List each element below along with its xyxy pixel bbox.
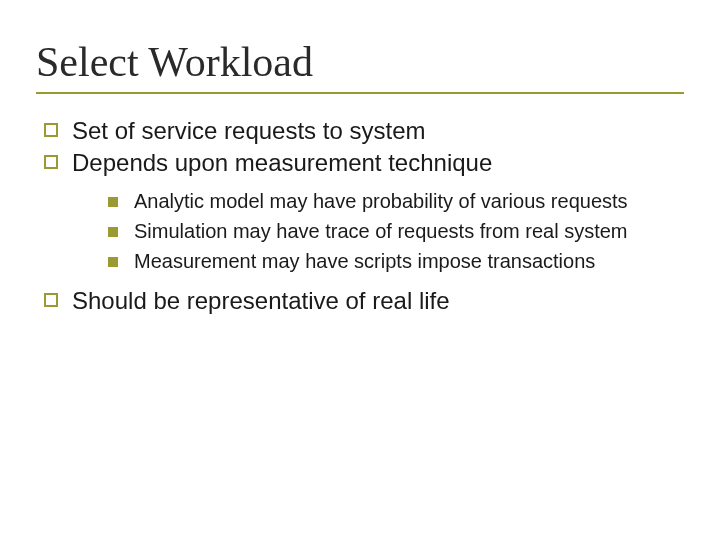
- list-item: Set of service requests to system: [44, 116, 684, 146]
- filled-square-icon: [108, 257, 118, 267]
- bullet-text: Measurement may have scripts impose tran…: [134, 250, 595, 272]
- bullet-text: Analytic model may have probability of v…: [134, 190, 628, 212]
- bullet-text: Should be representative of real life: [72, 287, 450, 314]
- list-item: Analytic model may have probability of v…: [108, 188, 684, 214]
- bullet-list-level2: Analytic model may have probability of v…: [108, 188, 684, 274]
- bullet-text: Set of service requests to system: [72, 117, 425, 144]
- bullet-text: Depends upon measurement technique: [72, 149, 492, 176]
- filled-square-icon: [108, 197, 118, 207]
- list-item: Simulation may have trace of requests fr…: [108, 218, 684, 244]
- bullet-list-level1: Set of service requests to system Depend…: [44, 116, 684, 316]
- hollow-square-icon: [44, 293, 58, 307]
- filled-square-icon: [108, 227, 118, 237]
- list-item: Measurement may have scripts impose tran…: [108, 248, 684, 274]
- hollow-square-icon: [44, 123, 58, 137]
- slide-title: Select Workload: [36, 38, 684, 94]
- list-item: Should be representative of real life: [44, 286, 684, 316]
- slide: Select Workload Set of service requests …: [0, 0, 720, 540]
- hollow-square-icon: [44, 155, 58, 169]
- list-item: Depends upon measurement technique Analy…: [44, 148, 684, 274]
- bullet-text: Simulation may have trace of requests fr…: [134, 220, 628, 242]
